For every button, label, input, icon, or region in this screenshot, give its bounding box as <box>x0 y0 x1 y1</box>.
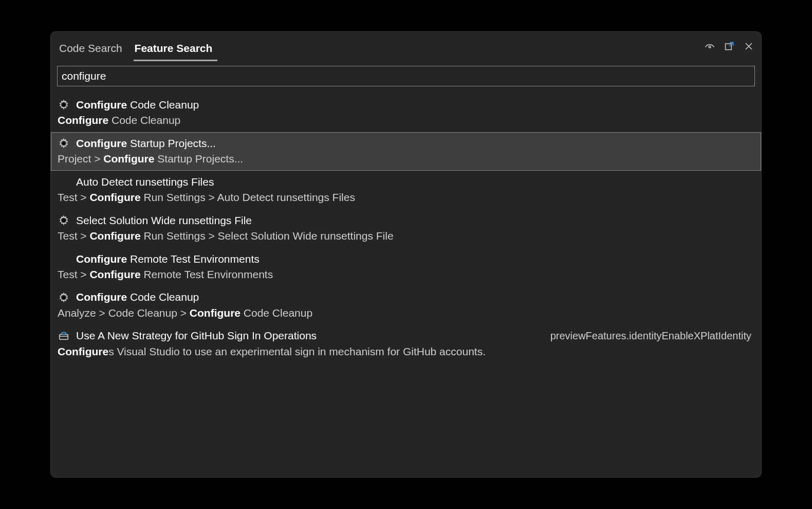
tabs: Code Search Feature Search <box>58 32 224 61</box>
gear-icon <box>58 99 70 111</box>
gear-icon <box>58 292 70 304</box>
search-input[interactable] <box>57 66 755 86</box>
svg-rect-8 <box>62 333 65 335</box>
result-title: Select Solution Wide runsettings File <box>76 213 252 228</box>
search-window: Code Search Feature Search <box>50 31 762 478</box>
header: Code Search Feature Search <box>51 32 761 61</box>
result-path: Configure Code Cleanup <box>58 113 754 128</box>
result-item[interactable]: Auto Detect runsettings FilesTest > Conf… <box>51 171 761 209</box>
result-path: Test > Configure Run Settings > Auto Det… <box>58 190 754 205</box>
svg-point-4 <box>62 219 65 222</box>
result-title: Auto Detect runsettings Files <box>76 174 214 190</box>
result-title: Configure Startup Projects... <box>76 136 216 151</box>
toolbox-icon <box>58 330 70 342</box>
result-path: Test > Configure Remote Test Environment… <box>58 267 754 282</box>
svg-point-2 <box>62 103 65 106</box>
result-path: Configures Visual Studio to use an exper… <box>58 344 754 359</box>
gear-icon <box>58 214 70 227</box>
result-title: Configure Code Cleanup <box>76 289 199 305</box>
svg-rect-6 <box>60 335 68 340</box>
result-item[interactable]: Configure Code CleanupAnalyze > Code Cle… <box>51 286 761 324</box>
result-item[interactable]: Configure Code CleanupConfigure Code Cle… <box>51 94 761 132</box>
result-item[interactable]: Configure Startup Projects...Project > C… <box>51 132 761 171</box>
results-list: Configure Code CleanupConfigure Code Cle… <box>51 90 761 477</box>
header-icons <box>705 41 754 51</box>
open-external-icon[interactable] <box>724 41 734 51</box>
result-item[interactable]: Select Solution Wide runsettings FileTes… <box>51 209 761 248</box>
result-title: Configure Remote Test Environments <box>76 251 260 267</box>
result-item[interactable]: Use A New Strategy for GitHub Sign In Op… <box>51 324 761 363</box>
preview-icon[interactable] <box>705 41 715 51</box>
close-icon[interactable] <box>744 41 754 51</box>
result-path: Project > Configure Startup Projects... <box>58 151 754 167</box>
result-title: Configure Code Cleanup <box>76 97 199 113</box>
tab-code-search[interactable]: Code Search <box>58 36 127 61</box>
gear-icon <box>58 137 70 150</box>
svg-point-5 <box>62 296 65 299</box>
result-path: Analyze > Code Cleanup > Configure Code … <box>58 305 754 321</box>
search-wrap <box>51 61 761 90</box>
svg-point-3 <box>62 142 65 145</box>
tab-feature-search[interactable]: Feature Search <box>134 36 218 61</box>
result-title: Use A New Strategy for GitHub Sign In Op… <box>76 328 317 343</box>
blank-icon <box>58 176 70 188</box>
result-meta: previewFeatures.identityEnableXPlatIdent… <box>550 329 754 343</box>
result-item[interactable]: Configure Remote Test EnvironmentsTest >… <box>51 248 761 286</box>
blank-icon <box>58 253 70 265</box>
svg-point-0 <box>709 46 711 48</box>
result-path: Test > Configure Run Settings > Select S… <box>58 228 754 244</box>
